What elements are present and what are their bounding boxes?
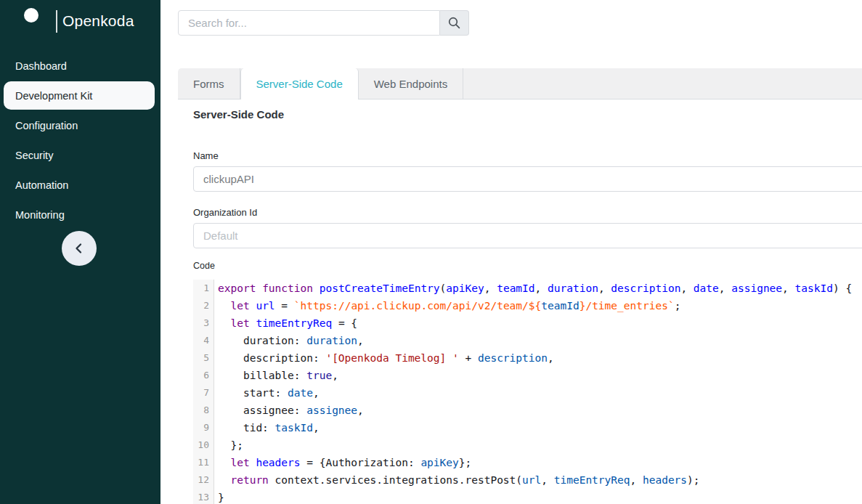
line-number: 6 xyxy=(193,367,214,384)
line-number: 3 xyxy=(193,314,214,332)
search-bar xyxy=(178,10,469,36)
sidebar-item-label: Dashboard xyxy=(15,60,67,72)
code-line-text: let headers = {Authorization: apiKey}; xyxy=(214,454,471,471)
code-line-text: start: date, xyxy=(214,384,320,402)
code-line-text: assignee: assignee, xyxy=(214,402,364,419)
line-number: 1 xyxy=(193,280,214,297)
sidebar-collapse-button[interactable] xyxy=(62,231,97,266)
main-content: Forms Server-Side Code Web Endpoints Ser… xyxy=(160,0,862,504)
logo-divider xyxy=(56,10,57,33)
page-title: Server-Side Code xyxy=(193,108,284,121)
tab-bar: Forms Server-Side Code Web Endpoints xyxy=(178,68,862,99)
sidebar-item-label: Security xyxy=(15,150,53,161)
code-line: 10 }; xyxy=(193,436,862,454)
code-label: Code xyxy=(193,261,215,271)
line-number: 11 xyxy=(193,454,214,471)
code-line: 2 let url = `https://api.clickup.com/api… xyxy=(193,297,862,314)
line-number: 2 xyxy=(193,297,214,314)
code-editor[interactable]: 1export function postCreateTimeEntry(api… xyxy=(193,280,862,504)
search-button[interactable] xyxy=(440,10,469,36)
sidebar-item-configuration[interactable]: Configuration xyxy=(0,110,160,140)
line-number: 9 xyxy=(193,419,214,436)
line-number: 12 xyxy=(193,471,214,489)
sidebar: Openkoda Dashboard Development Kit Confi… xyxy=(0,0,160,504)
name-label: Name xyxy=(193,150,219,161)
line-number: 8 xyxy=(193,402,214,419)
code-line-text: duration: duration, xyxy=(214,332,364,349)
organization-id-label: Organization Id xyxy=(193,207,257,218)
search-input[interactable] xyxy=(178,10,440,36)
organization-id-input[interactable] xyxy=(193,223,862,248)
sidebar-item-automation[interactable]: Automation xyxy=(0,170,160,200)
code-rows: 1export function postCreateTimeEntry(api… xyxy=(193,280,862,504)
code-line: 7 start: date, xyxy=(193,384,862,402)
sidebar-item-label: Development Kit xyxy=(15,90,92,102)
openkoda-logo-icon xyxy=(24,8,38,23)
code-line: 11 let headers = {Authorization: apiKey}… xyxy=(193,454,862,471)
name-input[interactable] xyxy=(193,166,862,192)
sidebar-item-development-kit[interactable]: Development Kit xyxy=(4,81,155,110)
line-number: 10 xyxy=(193,436,214,454)
code-line-text: description: '[Openkoda Timelog] ' + des… xyxy=(214,349,554,367)
sidebar-item-dashboard[interactable]: Dashboard xyxy=(0,51,160,81)
code-line-text: let url = `https://api.clickup.com/api/v… xyxy=(214,297,680,314)
line-number: 7 xyxy=(193,384,214,402)
code-line: 5 description: '[Openkoda Timelog] ' + d… xyxy=(193,349,862,367)
code-line: 6 billable: true, xyxy=(193,367,862,384)
line-number: 5 xyxy=(193,349,214,367)
line-number: 13 xyxy=(193,489,214,504)
code-line: 12 return context.services.integrations.… xyxy=(193,471,862,489)
line-number: 4 xyxy=(193,332,214,349)
logo[interactable]: Openkoda xyxy=(0,0,160,44)
code-line-text: export function postCreateTimeEntry(apiK… xyxy=(214,280,852,297)
sidebar-nav: Dashboard Development Kit Configuration … xyxy=(0,51,160,229)
logo-text: Openkoda xyxy=(62,12,134,30)
tab-server-side-code[interactable]: Server-Side Code xyxy=(240,68,359,99)
sidebar-item-monitoring[interactable]: Monitoring xyxy=(0,200,160,229)
code-line: 9 tid: taskId, xyxy=(193,419,862,436)
code-line-text: } xyxy=(214,489,224,504)
sidebar-item-label: Configuration xyxy=(15,120,78,131)
code-line: 3 let timeEntryReq = { xyxy=(193,314,862,332)
code-line: 8 assignee: assignee, xyxy=(193,402,862,419)
code-line: 13} xyxy=(193,489,862,504)
code-line: 4 duration: duration, xyxy=(193,332,862,349)
sidebar-item-security[interactable]: Security xyxy=(0,140,160,170)
code-line-text: return context.services.integrations.res… xyxy=(214,471,700,489)
tab-bar-filler xyxy=(463,68,862,99)
sidebar-item-label: Monitoring xyxy=(15,209,65,221)
code-line-text: billable: true, xyxy=(214,367,338,384)
code-line-text: let timeEntryReq = { xyxy=(214,314,357,332)
code-line-text: }; xyxy=(214,436,243,454)
chevron-left-icon xyxy=(70,240,88,257)
tab-web-endpoints[interactable]: Web Endpoints xyxy=(359,68,463,99)
code-line-text: tid: taskId, xyxy=(214,419,320,436)
sidebar-item-label: Automation xyxy=(15,179,68,191)
search-icon xyxy=(447,16,461,30)
tab-forms[interactable]: Forms xyxy=(178,68,240,99)
code-line: 1export function postCreateTimeEntry(api… xyxy=(193,280,862,297)
